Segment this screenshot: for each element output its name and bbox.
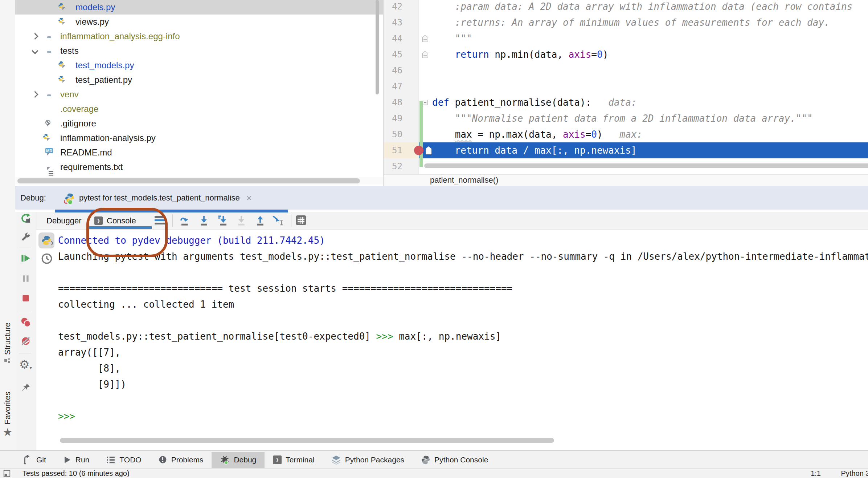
- toolwindow-button-todo[interactable]: TODO: [98, 452, 150, 468]
- settings-gear-icon[interactable]: ⚙▾: [20, 358, 32, 370]
- console-line: [8],: [58, 360, 120, 376]
- tree-item-models-py[interactable]: models.py: [15, 0, 383, 15]
- toolwindow-button-label: Run: [75, 455, 90, 464]
- line-number[interactable]: 52: [384, 158, 402, 174]
- fold-marker-icon[interactable]: [422, 35, 428, 42]
- debug-console-output[interactable]: ❯ Connected to pydev debugger (build 211…: [36, 230, 868, 450]
- chevron-right-icon[interactable]: [32, 91, 38, 98]
- tree-vscrollbar[interactable]: [376, 0, 379, 94]
- tree-item-views-py[interactable]: views.py: [15, 15, 383, 29]
- toolwindow-button-terminal[interactable]: ❯Terminal: [265, 452, 323, 468]
- mute-breakpoints-button[interactable]: [20, 335, 32, 347]
- tree-item-tests[interactable]: tests: [15, 44, 383, 58]
- close-icon[interactable]: ×: [246, 193, 252, 204]
- tree-item-readme-md[interactable]: MDREADME.md: [15, 145, 383, 160]
- wrench-icon[interactable]: [20, 231, 32, 243]
- sidebar-item-structure[interactable]: Structure: [0, 323, 15, 365]
- session-tab-underline: [55, 210, 288, 212]
- tree-item-label: test_models.py: [75, 60, 134, 70]
- line-number[interactable]: 42: [384, 0, 402, 15]
- line-number[interactable]: 49: [384, 110, 402, 126]
- tree-item-label: README.md: [60, 147, 112, 158]
- debugger-control-column: ⚙▾: [15, 212, 36, 450]
- tree-hscrollbar[interactable]: [17, 178, 360, 183]
- toolwindow-button-label: Debug: [234, 455, 256, 464]
- history-clock-icon[interactable]: [41, 253, 53, 264]
- favorites-label: Favorites: [3, 392, 12, 424]
- editor-line-50: 50 max = np.max(data, axis=0) max:: [384, 126, 868, 142]
- pytest-run-icon: [65, 193, 75, 203]
- debug-session-tab[interactable]: pytest for test_models.test_patient_norm…: [60, 186, 257, 210]
- tree-item-venv[interactable]: venv: [15, 87, 383, 102]
- editor-line-43: 43 :returns: An array of minimum values …: [384, 15, 868, 31]
- line-number[interactable]: 50: [384, 126, 402, 142]
- chevron-right-icon[interactable]: [32, 33, 38, 40]
- fold-marker-icon[interactable]: [423, 100, 428, 105]
- pyconsole-icon: [421, 455, 430, 465]
- tree-item-inflammation-analysis-egg-info[interactable]: inflammation_analysis.egg-info: [15, 29, 383, 44]
- evaluate-grid-icon[interactable]: [296, 215, 306, 225]
- code-editor[interactable]: 42 :param data: A 2D data array with inf…: [383, 0, 868, 174]
- separator: [172, 214, 173, 227]
- status-bar: Tests passed: 10 (6 minutes ago) 1:1 Pyt…: [0, 469, 868, 478]
- toolwindow-button-run[interactable]: Run: [54, 452, 98, 468]
- editor-line-42: 42 :param data: A 2D data array with inf…: [384, 0, 868, 15]
- rerun-button[interactable]: [20, 212, 32, 224]
- tree-item-test-patient-py[interactable]: test_patient.py: [15, 73, 383, 87]
- fold-marker-icon[interactable]: [422, 51, 428, 58]
- chevron-down-icon[interactable]: [32, 48, 38, 54]
- toolwindow-button-python-console[interactable]: Python Console: [413, 452, 496, 468]
- tree-item-label: models.py: [75, 2, 115, 12]
- toolwindow-layout-icon[interactable]: [3, 470, 11, 478]
- structure-label: Structure: [3, 323, 12, 355]
- tab-debugger[interactable]: Debugger: [43, 212, 85, 229]
- tree-item--coverage[interactable]: .coverage: [15, 102, 383, 116]
- tree-item-inflammation-analysis-py[interactable]: inflammation-analysis.py: [15, 131, 383, 145]
- line-number[interactable]: 48: [384, 94, 402, 110]
- toolwindow-button-python-packages[interactable]: Python Packages: [323, 452, 413, 468]
- force-step-into-button[interactable]: [236, 215, 247, 226]
- sidebar-item-favorites[interactable]: Favorites ★: [0, 392, 15, 437]
- step-out-button[interactable]: [255, 215, 266, 226]
- toolwindow-button-debug[interactable]: Debug: [212, 452, 265, 468]
- tree-item-label: .gitignore: [60, 118, 96, 129]
- step-into-button[interactable]: [217, 215, 228, 226]
- line-number[interactable]: 45: [384, 46, 402, 62]
- line-number[interactable]: 51: [384, 142, 402, 158]
- caret-position[interactable]: 1:1: [811, 469, 821, 478]
- tree-item-test-models-py[interactable]: test_models.py: [15, 58, 383, 73]
- terminal-icon: ❯: [273, 455, 282, 464]
- editor-line-44: 44 """: [384, 31, 868, 46]
- python-icon: [58, 17, 64, 23]
- separator: [19, 247, 32, 247]
- breakpoint-icon[interactable]: [414, 146, 423, 155]
- toolwindow-button-problems[interactable]: Problems: [150, 452, 212, 468]
- console-hscrollbar[interactable]: [60, 438, 554, 443]
- line-number[interactable]: 47: [384, 78, 402, 94]
- stop-button[interactable]: [20, 292, 32, 304]
- tab-debugger-label: Debugger: [46, 216, 82, 225]
- line-number[interactable]: 43: [384, 15, 402, 31]
- separator: [19, 353, 32, 353]
- show-execution-point-button[interactable]: [180, 215, 191, 226]
- pause-button[interactable]: [20, 272, 32, 285]
- python-console-button[interactable]: ❯: [38, 232, 54, 248]
- resume-button[interactable]: [20, 252, 32, 264]
- line-number[interactable]: 46: [384, 62, 402, 78]
- tree-item-requirements-txt[interactable]: requirements.txt: [15, 160, 383, 174]
- tree-item-label: test_patient.py: [75, 75, 132, 85]
- tree-item--gitignore[interactable]: .gitignore: [15, 116, 383, 131]
- line-number[interactable]: 44: [384, 31, 402, 46]
- pin-icon[interactable]: [20, 381, 32, 394]
- console-line: Launching pytest with arguments test_mod…: [58, 248, 868, 264]
- toolwindow-button-git[interactable]: Git: [15, 452, 54, 468]
- tree-item-label: views.py: [75, 17, 109, 27]
- python-interpreter[interactable]: Python 3.: [841, 469, 868, 478]
- view-breakpoints-button[interactable]: [20, 316, 32, 328]
- status-message[interactable]: Tests passed: 10 (6 minutes ago): [22, 469, 130, 478]
- run-to-cursor-button[interactable]: [272, 215, 283, 226]
- breadcrumb[interactable]: patient_normalise(): [383, 174, 868, 186]
- toolwindow-button-label: TODO: [119, 455, 141, 464]
- step-over-button[interactable]: [198, 215, 209, 226]
- problems-icon: [158, 455, 167, 464]
